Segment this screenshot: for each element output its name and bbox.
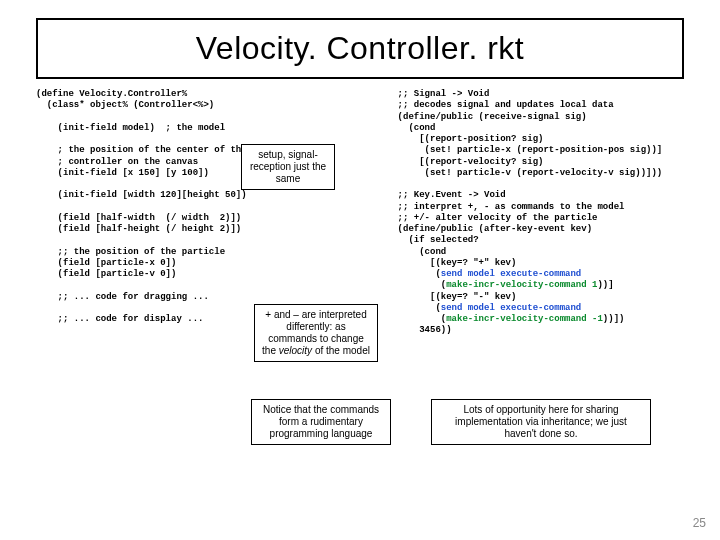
code-line: [(key=? "+" kev): [376, 258, 516, 268]
code-line: (init-field [width 120][height 50]): [36, 190, 247, 200]
callout-setup: setup, signal-reception just the same: [241, 144, 335, 190]
code-span: send model execute-command: [441, 269, 581, 279]
code-line: (: [376, 269, 441, 279]
title-box: Velocity. Controller. rkt: [36, 18, 684, 79]
code-span: send model execute-command: [441, 303, 581, 313]
code-line: (field [particle-x 0]): [36, 258, 176, 268]
code-line: 3456)): [376, 325, 452, 335]
code-line: (init-field [x 150] [y 100]): [36, 168, 209, 178]
code-line: ;; ... code for dragging ...: [36, 292, 209, 302]
code-line: ;; ... code for display ...: [36, 314, 203, 324]
callout-text: setup, signal-reception just the same: [250, 149, 326, 184]
code-line: ;; the position of the particle: [36, 247, 225, 257]
code-line: (cond: [376, 247, 446, 257]
page-number: 25: [693, 516, 706, 530]
callout-commands-language: Notice that the commands form a rudiment…: [251, 399, 391, 445]
code-line: (set! particle-x (report-position-pos si…: [376, 145, 662, 155]
callout-italic: velocity: [279, 345, 312, 356]
code-line: ;; +/- alter velocity of the particle: [376, 213, 597, 223]
code-line: (field [half-width (/ width 2)]): [36, 213, 241, 223]
code-line: [(report-velocity? sig): [376, 157, 543, 167]
code-line: (define Velocity.Controller%: [36, 89, 187, 99]
code-line: (cond: [376, 123, 435, 133]
code-span: ))]: [597, 280, 613, 290]
code-line: (define/public (receive-signal sig): [376, 112, 587, 122]
code-line: ; controller on the canvas: [36, 157, 198, 167]
code-line: (field [particle-v 0]): [36, 269, 176, 279]
code-line: (set! particle-v (report-velocity-v sig)…: [376, 168, 662, 178]
code-line: (field [half-height (/ height 2)]): [36, 224, 241, 234]
callout-text: Lots of opportunity here for sharing imp…: [455, 404, 627, 439]
code-line: ;; interpret +, - as commands to the mod…: [376, 202, 624, 212]
code-line: ;; Key.Event -> Void: [376, 190, 506, 200]
code-line: ; the position of the center of the: [36, 145, 247, 155]
code-line: ;; Signal -> Void: [376, 89, 489, 99]
code-line: (define/public (after-key-event kev): [376, 224, 592, 234]
code-line: [(report-position? sig): [376, 134, 543, 144]
code-right-column: ;; Signal -> Void ;; decodes signal and …: [376, 89, 696, 337]
code-line: (init-field model) ; the model: [36, 123, 225, 133]
code-line: ;; decodes signal and updates local data: [376, 100, 614, 110]
code-span: make-incr-velocity-command -1: [446, 314, 603, 324]
callout-inheritance: Lots of opportunity here for sharing imp…: [431, 399, 651, 445]
callout-text: Notice that the commands form a rudiment…: [263, 404, 379, 439]
code-line: (: [376, 280, 446, 290]
code-line: (class* object% (Controller<%>): [36, 100, 214, 110]
code-line: (if selected?: [376, 235, 479, 245]
code-span: ))]): [603, 314, 625, 324]
page-title: Velocity. Controller. rkt: [38, 30, 682, 67]
callout-plus-minus: + and – are interpreted differently: as …: [254, 304, 378, 362]
code-left-column: (define Velocity.Controller% (class* obj…: [36, 89, 296, 325]
code-line: (: [376, 314, 446, 324]
code-span: make-incr-velocity-command 1: [446, 280, 597, 290]
code-line: [(key=? "-" kev): [376, 292, 516, 302]
code-line: (: [376, 303, 441, 313]
callout-text: of the model: [312, 345, 370, 356]
